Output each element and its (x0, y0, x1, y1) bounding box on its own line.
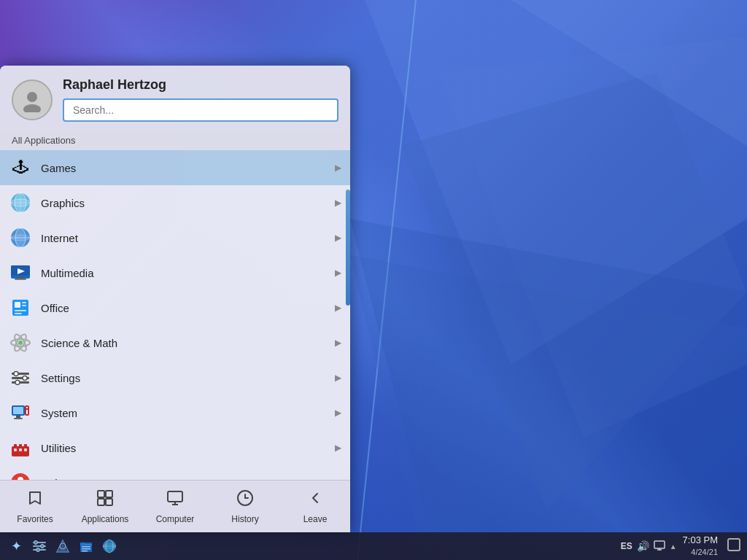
nav-applications[interactable]: Applications (70, 481, 140, 532)
tray-up-icon[interactable]: ▲ (670, 542, 677, 551)
system-icon (9, 401, 32, 424)
history-icon (236, 489, 254, 511)
nav-favorites[interactable]: Favorites (0, 481, 70, 532)
search-input[interactable] (63, 98, 338, 122)
nav-leave[interactable]: Leave (280, 481, 350, 532)
menu-item-office-label: Office (41, 302, 326, 314)
svg-rect-41 (13, 407, 23, 414)
svg-rect-50 (24, 444, 27, 448)
multimedia-arrow-icon: ▶ (335, 268, 341, 278)
menu-item-multimedia[interactable]: Multimedia ▶ (0, 255, 350, 290)
menu-item-system[interactable]: System ▶ (0, 395, 350, 430)
start-button[interactable]: ✦ (6, 536, 26, 556)
svg-point-38 (23, 376, 27, 381)
menu-item-utilities[interactable]: Utilities ▶ (0, 430, 350, 465)
settings-arrow-icon: ▶ (335, 373, 341, 383)
science-math-arrow-icon: ▶ (335, 338, 341, 348)
volume-icon[interactable]: 🔊 (637, 540, 649, 552)
all-apps-label: All Applications (0, 131, 350, 150)
lang-indicator[interactable]: ES (621, 541, 632, 551)
menu-item-games[interactable]: 🕹 Games ▶ (0, 150, 350, 185)
applications-icon (96, 489, 114, 511)
menu-item-multimedia-label: Multimedia (41, 267, 326, 279)
svg-rect-21 (17, 277, 24, 279)
bottom-nav: Favorites Applications Co (0, 480, 350, 532)
games-arrow-icon: ▶ (335, 163, 341, 173)
menu-item-help[interactable]: ? Help (0, 465, 350, 480)
svg-marker-5 (511, 0, 747, 146)
start-menu: Raphael Hertzog All Applications 🕹 Games… (0, 66, 350, 532)
svg-marker-2 (401, 73, 747, 510)
office-arrow-icon: ▶ (335, 303, 341, 313)
svg-line-4 (357, 0, 416, 560)
systray: ES 🔊 ▲ (621, 540, 677, 553)
svg-rect-63 (168, 491, 182, 502)
svg-rect-28 (15, 313, 22, 314)
svg-rect-51 (14, 448, 17, 451)
computer-icon (166, 489, 184, 511)
svg-rect-27 (15, 310, 26, 311)
graphics-arrow-icon: ▶ (335, 198, 341, 208)
svg-rect-90 (728, 539, 740, 551)
svg-point-72 (34, 541, 38, 545)
menu-item-graphics[interactable]: Graphics ▶ (0, 185, 350, 220)
svg-rect-87 (654, 541, 665, 548)
svg-rect-36 (12, 381, 29, 384)
menu-item-graphics-label: Graphics (41, 197, 326, 209)
svg-point-7 (27, 92, 37, 102)
svg-point-37 (14, 372, 18, 376)
display-icon[interactable] (654, 540, 665, 553)
taskbar-mixer[interactable] (29, 536, 50, 556)
svg-rect-26 (22, 305, 26, 306)
system-arrow-icon: ▶ (335, 408, 341, 418)
svg-rect-24 (15, 302, 20, 308)
svg-rect-60 (106, 491, 112, 497)
utilities-arrow-icon: ▶ (335, 443, 341, 453)
svg-rect-44 (26, 410, 28, 414)
svg-rect-45 (16, 416, 20, 418)
clock: 7:03 PM 4/24/21 (683, 534, 718, 557)
svg-point-73 (41, 545, 44, 548)
office-icon (9, 296, 32, 319)
svg-rect-59 (98, 491, 104, 497)
settings-icon (9, 366, 32, 389)
taskbar-network[interactable] (53, 536, 73, 556)
multimedia-icon (9, 261, 32, 284)
menu-item-science-math-label: Science & Math (41, 337, 326, 349)
svg-marker-0 (365, 0, 747, 365)
favorites-icon (26, 489, 44, 511)
menu-item-office[interactable]: Office ▶ (0, 290, 350, 325)
favorites-label: Favorites (17, 514, 53, 524)
svg-point-33 (18, 341, 23, 345)
svg-rect-82 (82, 551, 88, 552)
user-name: Raphael Hertzog (63, 77, 338, 93)
svg-marker-3 (350, 219, 747, 560)
menu-item-games-label: Games (41, 162, 326, 174)
menu-item-science-math[interactable]: Science & Math ▶ (0, 325, 350, 360)
svg-point-39 (15, 381, 20, 385)
svg-text:?: ? (18, 479, 24, 480)
help-icon: ? (9, 471, 32, 480)
internet-icon (9, 226, 32, 249)
user-area: Raphael Hertzog (0, 66, 350, 131)
nav-computer[interactable]: Computer (140, 481, 210, 532)
svg-rect-48 (14, 444, 17, 448)
menu-item-internet[interactable]: Internet ▶ (0, 220, 350, 255)
utilities-icon (9, 436, 32, 459)
svg-rect-49 (19, 444, 22, 448)
svg-rect-22 (15, 279, 26, 280)
nav-history[interactable]: History (210, 481, 280, 532)
svg-rect-61 (98, 499, 104, 505)
user-info-area: Raphael Hertzog (63, 77, 338, 122)
search-box (63, 98, 338, 122)
svg-rect-62 (106, 499, 112, 505)
taskbar-files[interactable] (76, 536, 96, 556)
svg-rect-79 (80, 542, 85, 545)
menu-items-list: 🕹 Games ▶ Graphics ▶ (0, 150, 350, 480)
svg-rect-80 (82, 546, 90, 548)
taskbar-globe[interactable] (99, 536, 120, 556)
leave-label: Leave (303, 514, 328, 524)
menu-item-settings[interactable]: Settings ▶ (0, 360, 350, 395)
taskbar-end-icon[interactable] (727, 537, 741, 556)
avatar (12, 79, 53, 120)
